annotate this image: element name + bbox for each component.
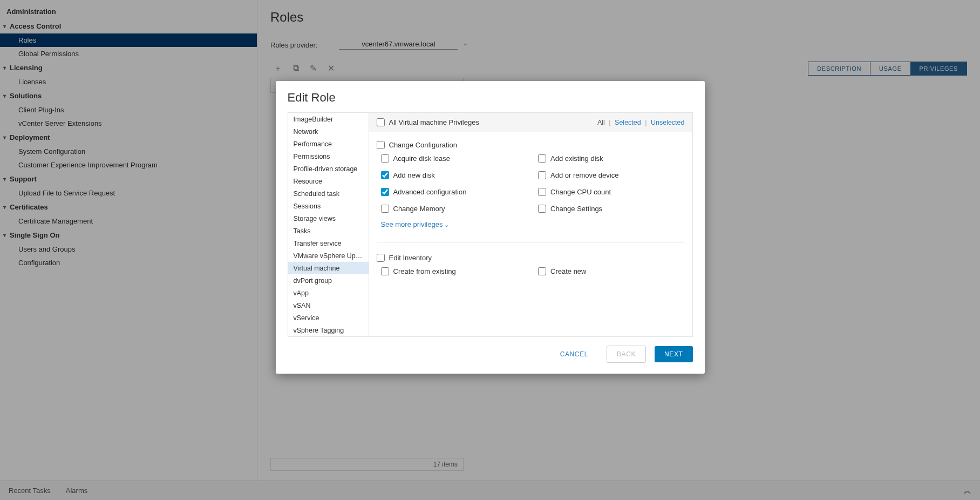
edit-role-dialog: Edit Role ImageBuilderNetworkPerformance… — [276, 81, 705, 374]
privilege-checkbox[interactable]: Create from existing — [381, 267, 528, 275]
category-item[interactable]: Virtual machine — [288, 262, 369, 274]
all-privileges-label: All Virtual machine Privileges — [389, 118, 479, 126]
category-item[interactable]: Performance — [288, 138, 369, 150]
category-item[interactable]: Storage views — [288, 212, 369, 225]
privilege-checkbox[interactable]: Add or remove device — [538, 171, 685, 179]
cancel-button[interactable]: CANCEL — [550, 346, 598, 362]
filter-unselected[interactable]: Unselected — [651, 119, 685, 126]
category-item[interactable]: Network — [288, 125, 369, 138]
category-item[interactable]: Tasks — [288, 225, 369, 237]
privilege-checkbox[interactable]: Change Settings — [538, 205, 685, 213]
privilege-checkbox[interactable]: Advanced configuration — [381, 188, 528, 196]
group-change-configuration[interactable]: Change Configuration — [377, 141, 457, 149]
privilege-checkbox[interactable]: Add new disk — [381, 171, 528, 179]
back-button: BACK — [607, 346, 646, 363]
category-item[interactable]: Permissions — [288, 150, 369, 163]
category-item[interactable]: dvPort group — [288, 274, 369, 287]
category-item[interactable]: Transfer service — [288, 237, 369, 249]
dialog-title: Edit Role — [276, 81, 705, 112]
modal-overlay: Edit Role ImageBuilderNetworkPerformance… — [0, 0, 980, 500]
category-item[interactable]: Scheduled task — [288, 187, 369, 200]
category-item[interactable]: VMware vSphere Update … — [288, 249, 369, 262]
see-more-link[interactable]: See more privileges — [377, 213, 685, 238]
category-item[interactable]: ImageBuilder — [288, 113, 369, 125]
category-item[interactable]: vApp — [288, 287, 369, 299]
next-button[interactable]: NEXT — [655, 346, 692, 362]
category-list: ImageBuilderNetworkPerformancePermission… — [288, 113, 369, 336]
privilege-checkbox[interactable]: Acquire disk lease — [381, 154, 528, 163]
privilege-checkbox[interactable]: Add existing disk — [538, 154, 685, 163]
category-item[interactable]: Sessions — [288, 200, 369, 212]
filter-selected[interactable]: Selected — [615, 119, 641, 126]
group-edit-inventory[interactable]: Edit Inventory — [377, 254, 432, 262]
all-privileges-checkbox[interactable]: All Virtual machine Privileges — [377, 118, 479, 126]
filter-all[interactable]: All — [597, 119, 605, 126]
privilege-checkbox[interactable]: Change CPU count — [538, 188, 685, 196]
category-item[interactable]: vService — [288, 312, 369, 324]
privilege-checkbox[interactable]: Create new — [538, 267, 685, 275]
privilege-checkbox[interactable]: Change Memory — [381, 205, 528, 213]
category-item[interactable]: vSAN — [288, 299, 369, 312]
category-item[interactable]: Resource — [288, 175, 369, 187]
category-item[interactable]: vSphere Tagging — [288, 324, 369, 336]
filter-links: All | Selected | Unselected — [597, 119, 685, 126]
category-item[interactable]: Profile-driven storage — [288, 163, 369, 175]
